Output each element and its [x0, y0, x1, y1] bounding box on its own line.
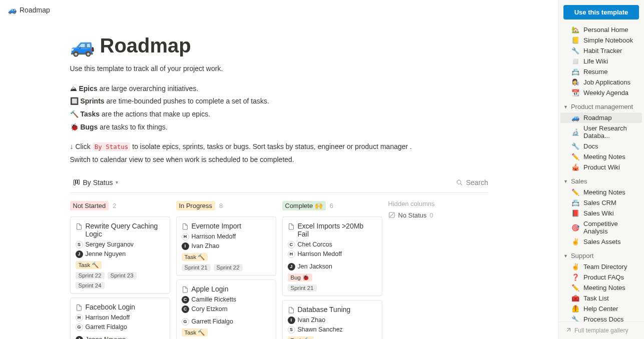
type-tag: Bug 🐞 [288, 274, 313, 282]
sidebar-item[interactable]: 🧰 Task List [560, 293, 642, 304]
avatar: G [76, 324, 83, 331]
board-card[interactable]: Rewrite Query Caching Logic SSergey Surg… [70, 216, 170, 294]
sidebar-item[interactable]: 🎯 Competitive Analysis [560, 218, 642, 236]
avatar: J [76, 336, 83, 339]
description-bullet: 🔨 Tasks are the actions that make up epi… [70, 109, 488, 120]
assignee: GGarrett Fidalgo [182, 318, 233, 326]
column-header[interactable]: Not Started 2 [70, 200, 170, 212]
sidebar-item-label: Habit Tracker [583, 47, 622, 54]
board-card[interactable]: Facebook Login HHarrison MedoffGGarrett … [70, 298, 170, 339]
sidebar-item-icon: 📆 [571, 89, 579, 96]
view-selector[interactable]: By Status ▾ [70, 176, 122, 188]
board-card[interactable]: Excel Imports >20Mb Fail CChet CorcosHHa… [282, 216, 382, 296]
sidebar-group-header[interactable]: ▼Support [558, 247, 644, 262]
sidebar-group-header[interactable]: ▼Sales [558, 172, 644, 187]
sidebar-item[interactable]: 🏡 Personal Home [560, 24, 642, 35]
avatar: C [288, 241, 295, 248]
sidebar-group-title: Product management [571, 103, 633, 110]
description-bullet: 🔲 Sprints are time-bounded pushes to com… [70, 96, 488, 107]
assignee: CChet Corcos [288, 241, 332, 248]
hidden-column-item[interactable]: No Status0 [388, 212, 468, 219]
card-title: Apple Login [192, 285, 229, 293]
sidebar-item-icon: ✏️ [571, 188, 579, 196]
svg-line-6 [390, 214, 393, 217]
sidebar-group-header[interactable]: ▼Product management [558, 98, 644, 112]
sidebar-item[interactable]: 🔧 Docs [560, 141, 642, 152]
sidebar-item-icon: 🔧 [571, 47, 579, 54]
sidebar-item-label: Product Wiki [583, 164, 620, 171]
sidebar-item-icon: ✏️ [571, 284, 579, 292]
avatar: S [76, 241, 83, 248]
search-button[interactable]: Search [456, 178, 488, 186]
sidebar-item[interactable]: 📇 Resume [560, 66, 642, 77]
sidebar-item-label: Sales Wiki [583, 210, 614, 217]
sidebar-item[interactable]: 🔧 Habit Tracker [560, 46, 642, 56]
avatar: S [288, 326, 295, 334]
description-bullet: ⛰ Epics are large overarching initiative… [70, 84, 488, 94]
sidebar-item[interactable]: 🚙 Roadmap [560, 112, 642, 123]
sidebar-item-label: Meeting Notes [583, 188, 625, 196]
column-count: 6 [330, 202, 333, 210]
sidebar-group-title: Sales [571, 178, 587, 185]
sprint-tag: Sprint 22 [214, 264, 243, 271]
sidebar-item[interactable]: ✏️ Meeting Notes [560, 282, 642, 293]
triangle-down-icon: ▼ [563, 104, 568, 110]
sprint-tag: Sprint 22 [76, 272, 105, 279]
sidebar-item[interactable]: 📕 Sales Wiki [560, 208, 642, 218]
sidebar-item[interactable]: ◻️ Life Wiki [560, 56, 642, 66]
sidebar-item[interactable]: 🦺 Help Center [560, 304, 642, 314]
assignee: HHarrison Medoff [288, 250, 342, 258]
sidebar-item[interactable]: ❓ Product FAQs [560, 272, 642, 282]
assignee: HHarrison Medoff [182, 233, 236, 240]
sidebar-item[interactable]: 🎪 Product Wiki [560, 162, 642, 172]
sidebar-item[interactable]: 🔧 Process Docs [560, 314, 642, 322]
sidebar-item-label: Resume [583, 68, 607, 76]
sidebar-item[interactable]: 👩‍🔬 Job Applications [560, 77, 642, 88]
sidebar-item-icon: 🔬 [571, 128, 579, 136]
board-card[interactable]: Evernote Import HHarrison MedoffIIvan Zh… [176, 216, 276, 276]
sidebar-item-icon: 📕 [571, 210, 579, 217]
page-icon [182, 223, 189, 230]
page-emoji[interactable]: 🚙 [70, 34, 95, 58]
assignee: SSergey Surganov [76, 241, 134, 248]
assignee: JJenne Nguyen [76, 336, 126, 339]
column-header[interactable]: Complete 🙌 6 [282, 200, 382, 212]
sidebar-item-icon: ✌️ [571, 263, 579, 270]
sidebar-item[interactable]: ✏️ Meeting Notes [560, 152, 642, 162]
assignee: IIvan Zhao [182, 242, 220, 250]
full-template-gallery-link[interactable]: Full template gallery [558, 322, 644, 339]
sidebar-item-label: Sales Assets [583, 238, 620, 246]
svg-rect-2 [78, 180, 79, 184]
sidebar-item[interactable]: 📆 Weekly Agenda [560, 88, 642, 98]
avatar: I [288, 316, 295, 324]
page-title: Roadmap [100, 34, 191, 57]
hint-suffix: to isolate epics, sprints, tasks or bugs… [130, 142, 412, 150]
avatar: J [288, 263, 295, 270]
board-card[interactable]: Apple Login CCamille RickettsCCory Etzko… [176, 280, 276, 339]
sidebar-item[interactable]: 📒 Simple Notebook [560, 35, 642, 46]
sidebar-item[interactable]: ✏️ Meeting Notes [560, 187, 642, 198]
sidebar-item-label: Docs [583, 142, 598, 150]
sidebar-item[interactable]: ✌️ Team Directory [560, 262, 642, 272]
column-title: Not Started [70, 201, 109, 210]
sidebar-item[interactable]: 🔬 User Research Databa... [560, 123, 642, 141]
breadcrumb[interactable]: 🚙 Roadmap [0, 0, 558, 20]
page-icon [76, 304, 83, 311]
column-header[interactable]: In Progress 8 [176, 200, 276, 212]
use-template-button[interactable]: Use this template [563, 5, 639, 20]
description-bullet: 🐞 Bugs are tasks to fix things. [70, 122, 488, 133]
sprint-tag: Sprint 21 [182, 264, 211, 271]
external-link-icon [564, 327, 571, 334]
sidebar-item[interactable]: ✌️ Sales Assets [560, 236, 642, 247]
template-sidebar: Use this template 🏡 Personal Home 📒 Simp… [558, 0, 644, 339]
type-tag: Task 🔨 [76, 261, 102, 269]
no-status-icon [388, 212, 395, 218]
sidebar-item[interactable]: 📇 Sales CRM [560, 198, 642, 208]
sidebar-item-label: Meeting Notes [583, 284, 625, 292]
svg-point-3 [457, 180, 461, 184]
sidebar-item-icon: 🎪 [571, 164, 579, 171]
board-card[interactable]: Database Tuning IIvan ZhaoSShawn Sanchez… [282, 300, 382, 339]
sidebar-item-icon: 🔧 [571, 316, 579, 322]
assignee: CCamille Ricketts [182, 296, 237, 304]
assignee: SShawn Sanchez [288, 326, 343, 334]
